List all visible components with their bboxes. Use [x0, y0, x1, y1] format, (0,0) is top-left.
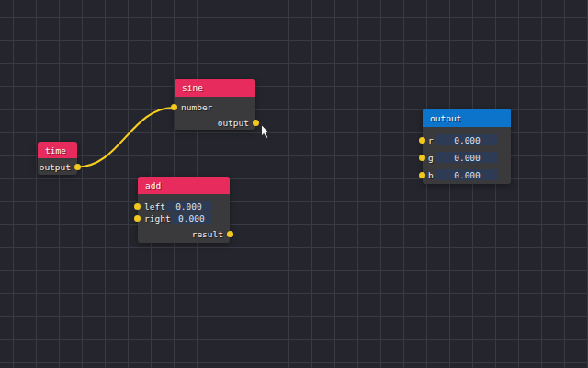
add-left-value-field[interactable]: 0.000: [165, 201, 212, 212]
node-add-left-label: left: [144, 201, 165, 212]
port-sine-output[interactable]: [253, 120, 259, 126]
node-output-b-label: b: [428, 170, 434, 180]
node-time-header[interactable]: time: [38, 142, 77, 158]
output-g-value-field[interactable]: 0.000: [436, 152, 498, 163]
node-output[interactable]: output r 0.000 g 0.000 b 0.000: [423, 109, 511, 184]
node-add-result-row: result: [138, 228, 230, 240]
node-output-g-label: g: [428, 153, 434, 163]
node-sine-header[interactable]: sine: [175, 79, 255, 97]
add-right-value-field[interactable]: 0.000: [171, 213, 212, 224]
node-output-b-row: b 0.000: [423, 169, 511, 180]
port-output-r[interactable]: [419, 137, 425, 144]
port-add-left[interactable]: [134, 203, 141, 210]
node-output-g-row: g 0.000: [423, 152, 511, 163]
node-add-title: add: [145, 180, 161, 190]
node-add-right-row: right 0.000: [138, 213, 230, 224]
output-r-value-field[interactable]: 0.000: [436, 134, 498, 145]
node-time-output-label: output: [40, 162, 71, 172]
node-add-result-label: result: [192, 229, 223, 239]
port-output-b[interactable]: [419, 172, 425, 178]
node-sine-output-label: output: [218, 118, 249, 128]
node-add-header[interactable]: add: [138, 177, 230, 194]
port-time-output[interactable]: [74, 164, 81, 170]
wire-time-output-to-sine-number[interactable]: [78, 108, 175, 167]
output-b-value-field[interactable]: 0.000: [436, 169, 498, 180]
wire-layer: [0, 0, 588, 368]
node-output-r-label: r: [428, 135, 434, 145]
port-output-g[interactable]: [419, 155, 425, 161]
node-output-header[interactable]: output: [423, 109, 511, 127]
node-sine-number-row: number: [175, 98, 255, 115]
node-output-title: output: [430, 113, 461, 123]
node-add[interactable]: add left 0.000 right 0.000 result: [138, 177, 230, 243]
mouse-cursor: [261, 124, 272, 141]
port-sine-number[interactable]: [171, 104, 177, 110]
node-time[interactable]: time output: [38, 142, 77, 175]
node-time-output-row: output: [38, 158, 77, 175]
node-editor-canvas[interactable]: time output sine number output add: [0, 0, 588, 368]
node-sine-number-label: number: [181, 102, 212, 112]
node-sine[interactable]: sine number output: [175, 79, 255, 130]
port-add-result[interactable]: [227, 231, 233, 237]
node-time-title: time: [45, 145, 66, 155]
node-add-right-label: right: [144, 213, 171, 224]
node-sine-title: sine: [182, 83, 203, 93]
node-sine-output-row: output: [175, 115, 255, 130]
node-add-left-row: left 0.000: [138, 201, 230, 213]
node-output-r-row: r 0.000: [423, 134, 511, 145]
port-add-right[interactable]: [134, 215, 141, 222]
